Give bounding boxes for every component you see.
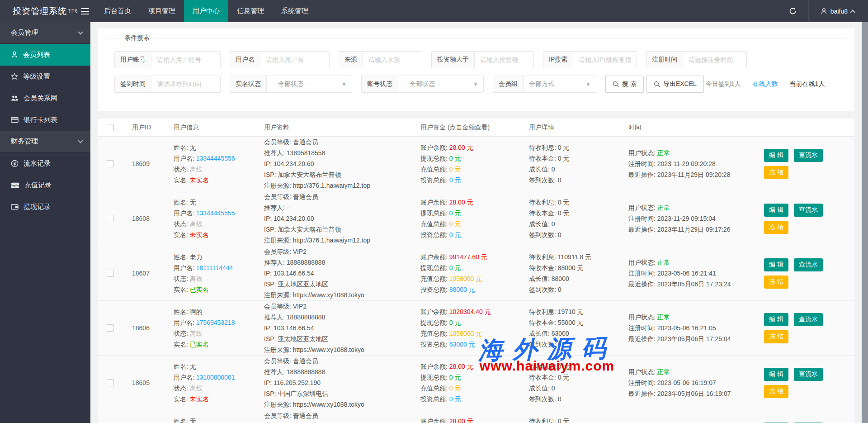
username-link[interactable]: 17569453218 [196, 319, 235, 326]
freeze-button[interactable]: 冻 结 [764, 221, 788, 234]
user-profile-cell: 会员等级: 普通会员 推荐人: 18888888888 IP: 116.205.… [264, 356, 420, 410]
status-label: 状态: [174, 275, 188, 282]
hamburger-menu-icon[interactable] [75, 0, 95, 22]
username-link[interactable]: 13100000001 [196, 374, 235, 381]
withdraw-value[interactable]: 0 元 [449, 155, 461, 162]
search-panel: 条件搜索 用户账号 用户名 来源 投资额大于 [98, 29, 854, 111]
sidebar-item-withdraw-records[interactable]: 提现记录 [0, 196, 90, 218]
freeze-button[interactable]: 冻 结 [764, 276, 788, 289]
select-all-checkbox[interactable] [107, 124, 114, 131]
row-checkbox[interactable] [107, 160, 114, 167]
sidebar-item-recharge-records[interactable]: PayPal 充值记录 [0, 174, 90, 196]
interest-value: 110911.8 元 [558, 253, 591, 261]
field-label: 注册时间 [646, 52, 683, 68]
view-flow-button[interactable]: 查流水 [794, 313, 823, 326]
sidebar-item-flow-records[interactable]: 流水记录 [0, 152, 90, 174]
user-account-input[interactable] [151, 52, 220, 68]
view-flow-button[interactable]: 查流水 [794, 368, 823, 381]
balance-value[interactable]: 28.00 元 [449, 199, 473, 206]
edit-button[interactable]: 编 辑 [764, 313, 788, 326]
username-link[interactable]: 13344445555 [196, 209, 235, 217]
ip-value: 103.146.66.54 [274, 270, 314, 277]
edit-button[interactable]: 编 辑 [764, 149, 788, 162]
withdraw-label: 提现总额: [420, 264, 448, 271]
withdraw-value[interactable]: 0 元 [449, 264, 461, 271]
row-checkbox[interactable] [107, 270, 114, 277]
sidebar-item-level-settings[interactable]: 等级设置 [0, 66, 90, 87]
balance-label: 账户余额: [420, 144, 448, 151]
invest-amount-input[interactable] [475, 52, 533, 68]
user-details-cell: 待收利息: 19710 元 待收本金: 55000 元 成长值: 63000 签… [529, 306, 628, 350]
sidebar-group-finance[interactable]: 财务管理 [0, 131, 90, 152]
online-count-link[interactable]: 在线人数 [753, 80, 778, 88]
invest-value[interactable]: 0 元 [449, 176, 461, 184]
nav-item-system[interactable]: 系统管理 [273, 0, 317, 22]
user-menu[interactable]: baifu8 [809, 0, 858, 22]
nav-item-projects[interactable]: 项目管理 [140, 0, 184, 22]
username-input[interactable] [260, 52, 329, 68]
view-flow-button[interactable]: 查流水 [794, 149, 823, 162]
balance-value[interactable]: 28.00 元 [449, 418, 473, 423]
paypal-card-icon: PayPal [11, 182, 19, 188]
field-label: 账号状态 [362, 76, 398, 92]
recharge-value[interactable]: 0 元 [449, 385, 461, 392]
growth-label: 成长值: [529, 330, 550, 337]
edit-button[interactable]: 编 辑 [764, 204, 788, 217]
freeze-button[interactable]: 冻 结 [764, 330, 788, 343]
growth-value: 0 [552, 220, 555, 228]
balance-value[interactable]: 991477.60 元 [449, 253, 487, 261]
view-flow-button[interactable]: 查流水 [794, 258, 823, 271]
recharge-value[interactable]: 1058000 元 [449, 330, 482, 337]
edit-button[interactable]: 编 辑 [764, 258, 788, 271]
principal-value: 0 元 [558, 209, 570, 217]
username-link[interactable]: 13344445556 [196, 155, 235, 162]
username-label: 用户名: [174, 209, 194, 217]
growth-value: 63000 [552, 330, 569, 337]
edit-button[interactable]: 编 辑 [764, 368, 788, 381]
account-status-select[interactable]: -- 全部状态 -- ▼ [398, 76, 483, 92]
source-input[interactable] [363, 52, 422, 68]
row-checkbox[interactable] [107, 379, 114, 386]
invest-value[interactable]: 88000 元 [449, 286, 475, 293]
sidebar-item-member-list[interactable]: 会员列表 [0, 44, 90, 66]
balance-value[interactable]: 28.00 元 [449, 144, 473, 151]
sidebar-item-relationship-net[interactable]: 会员关系网 [0, 87, 90, 109]
principal-value: 0 元 [558, 155, 570, 162]
nav-item-info[interactable]: 信息管理 [228, 0, 273, 22]
invest-value[interactable]: 0 元 [449, 231, 461, 238]
realname-status-select[interactable]: -- 全部状态 -- ▼ [267, 76, 352, 92]
invest-value[interactable]: 0 元 [449, 395, 461, 403]
balance-value[interactable]: 1020304.40 元 [449, 308, 491, 315]
field-label: 实名状态 [230, 76, 267, 92]
vertical-scrollbar[interactable] [862, 22, 868, 423]
username-link[interactable]: 18111114444 [196, 264, 233, 271]
search-button[interactable]: 搜 索 [605, 76, 644, 93]
row-checkbox[interactable] [107, 215, 114, 222]
checkin-time-input[interactable] [151, 76, 220, 92]
member-group-select[interactable]: 全部方式 ▼ [524, 76, 596, 92]
row-checkbox[interactable] [107, 324, 114, 332]
recharge-value[interactable]: 1058000 元 [449, 275, 482, 282]
nav-item-home[interactable]: 后台首页 [95, 0, 140, 22]
freeze-button[interactable]: 冻 结 [764, 385, 788, 398]
balance-value[interactable]: 28.00 元 [449, 363, 473, 370]
withdraw-value[interactable]: 0 元 [449, 374, 461, 381]
ip-search-input[interactable] [573, 52, 637, 68]
interest-label: 待收利息: [529, 253, 556, 261]
col-header-user-profile: 用户资料 [264, 124, 420, 132]
export-excel-button[interactable]: 导出EXCEL [646, 76, 704, 93]
sidebar-group-members[interactable]: 会员管理 [0, 22, 90, 44]
recharge-value[interactable]: 0 元 [449, 166, 461, 173]
view-flow-button[interactable]: 查流水 [794, 204, 823, 217]
withdraw-value[interactable]: 0 元 [449, 319, 461, 326]
nav-item-user-center[interactable]: 用户中心 [184, 0, 228, 22]
freeze-button[interactable]: 冻 结 [764, 166, 788, 179]
recharge-value[interactable]: 0 元 [449, 220, 461, 228]
referrer-value: 18888888888 [287, 259, 326, 266]
invest-value[interactable]: 63000 元 [449, 341, 475, 348]
register-time-input[interactable] [683, 52, 746, 68]
refresh-icon[interactable] [777, 0, 808, 22]
withdraw-value[interactable]: 0 元 [449, 209, 461, 217]
sidebar-item-bank-cards[interactable]: 银行卡列表 [0, 109, 90, 131]
source-label: 注册来源: [264, 291, 291, 299]
